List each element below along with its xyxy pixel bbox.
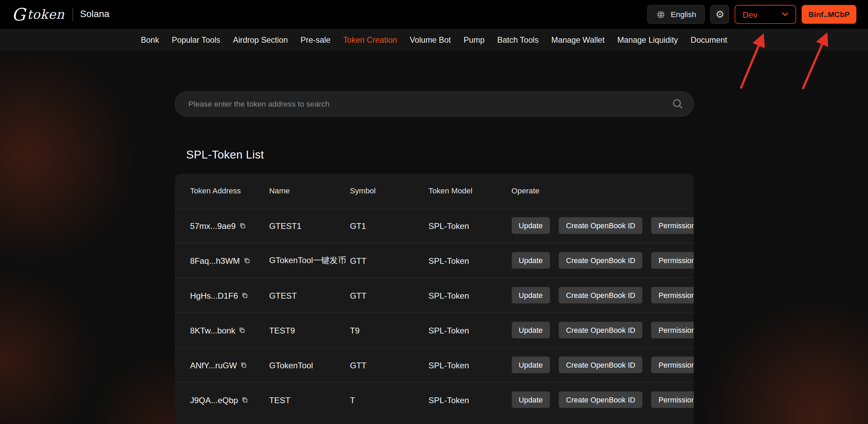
column-header-token-model: Token Model: [429, 186, 512, 195]
token-model: SPL-Token: [429, 221, 512, 230]
token-name: TEST9: [269, 325, 350, 335]
operate-cell: Update Create OpenBook ID Permission: [511, 287, 693, 304]
update-button[interactable]: Update: [511, 252, 550, 269]
brand: G token Solana: [12, 6, 109, 23]
operate-cell: Update Create OpenBook ID Permission: [511, 322, 693, 339]
topbar: G token Solana English ⚙ Dev: [0, 0, 868, 29]
permission-button[interactable]: Permission: [652, 252, 694, 269]
token-symbol: GTT: [350, 290, 429, 300]
permission-button[interactable]: Permission: [652, 357, 694, 373]
copy-icon[interactable]: [239, 326, 246, 333]
create-openbook-id-button[interactable]: Create OpenBook ID: [559, 322, 643, 339]
dev-label: Dev: [742, 10, 757, 19]
topbar-actions: English ⚙ Dev Binf..MCbP: [647, 5, 856, 24]
settings-button[interactable]: ⚙: [711, 5, 729, 24]
token-symbol: T: [350, 395, 429, 405]
nav-item-batch-tools[interactable]: Batch Tools: [497, 36, 539, 44]
token-name: GTokenTool一键发币: [269, 255, 350, 266]
search-icon[interactable]: [672, 98, 683, 109]
permission-button[interactable]: Permission: [652, 287, 694, 304]
operate-cell: Update Create OpenBook ID Permission: [511, 252, 693, 269]
token-address: 57mx...9ae9: [190, 221, 236, 230]
table-row: 8Faq...h3WM GTokenTool一键发币 GTT SPL-Token…: [174, 243, 693, 277]
table-row: HgHs...D1F6 GTEST GTT SPL-Token Update C…: [174, 277, 693, 312]
network-label: Solana: [80, 9, 109, 20]
operate-cell: Update Create OpenBook ID Permission: [511, 217, 693, 234]
token-address: 8Faq...h3WM: [190, 256, 240, 265]
create-openbook-id-button[interactable]: Create OpenBook ID: [559, 287, 643, 304]
token-name: TEST: [269, 395, 350, 405]
content: SPL-Token List Token Address Name Symbol…: [0, 51, 868, 424]
permission-button[interactable]: Permission: [652, 217, 694, 234]
nav-item-document[interactable]: Document: [691, 36, 727, 44]
token-address: ANfY...ruGW: [190, 360, 237, 370]
token-name: GTEST1: [269, 221, 350, 230]
nav-item-pre-sale[interactable]: Pre-sale: [301, 36, 330, 44]
copy-icon[interactable]: [239, 222, 246, 229]
token-name: GTEST: [269, 290, 350, 300]
dev-dropdown-button[interactable]: Dev: [735, 5, 797, 24]
token-model: SPL-Token: [429, 360, 512, 370]
token-symbol: GTT: [350, 256, 429, 265]
globe-icon: [656, 10, 666, 19]
copy-icon[interactable]: [240, 361, 247, 368]
token-symbol: GT1: [350, 221, 429, 230]
token-address: 8KTw...bonk: [190, 325, 235, 335]
brand-divider: [72, 8, 73, 21]
copy-icon[interactable]: [241, 396, 249, 403]
create-openbook-id-button[interactable]: Create OpenBook ID: [559, 217, 643, 234]
page-title: SPL-Token List: [186, 148, 693, 162]
nav-item-volume-bot[interactable]: Volume Bot: [410, 36, 451, 44]
nav-item-manage-liquidity[interactable]: Manage Liquidity: [617, 36, 678, 44]
column-header-name: Name: [269, 186, 350, 195]
permission-button[interactable]: Permission: [652, 322, 694, 339]
nav-item-popular-tools[interactable]: Popular Tools: [172, 36, 220, 44]
table-row: 8KTw...bonk TEST9 T9 SPL-Token Update Cr…: [174, 312, 693, 347]
permission-button[interactable]: Permission: [652, 392, 694, 408]
update-button[interactable]: Update: [511, 217, 550, 234]
table-header: Token Address Name Symbol Token Model Op…: [174, 174, 693, 208]
token-model: SPL-Token: [429, 395, 512, 405]
nav-item-bonk[interactable]: Bonk: [141, 36, 159, 44]
language-label: English: [671, 10, 696, 19]
page: G token Solana English ⚙ Dev: [0, 0, 868, 424]
token-address: J9QA...eQbp: [190, 395, 238, 405]
copy-icon[interactable]: [243, 257, 250, 264]
wallet-button[interactable]: Binf..MCbP: [802, 5, 856, 24]
token-address-cell: 8Faq...h3WM: [190, 256, 269, 265]
column-header-token-address: Token Address: [190, 186, 269, 195]
operate-cell: Update Create OpenBook ID Permission: [511, 392, 693, 408]
update-button[interactable]: Update: [511, 357, 550, 373]
copy-icon[interactable]: [241, 291, 249, 299]
logo-icon: G: [12, 6, 25, 23]
column-header-operate: Operate: [511, 186, 678, 195]
create-openbook-id-button[interactable]: Create OpenBook ID: [559, 357, 643, 373]
token-address-cell: 57mx...9ae9: [190, 221, 269, 230]
create-openbook-id-button[interactable]: Create OpenBook ID: [559, 252, 643, 269]
gear-icon: ⚙: [715, 10, 724, 19]
update-button[interactable]: Update: [511, 392, 550, 408]
operate-cell: Update Create OpenBook ID Permission: [511, 357, 693, 373]
token-address-cell: J9QA...eQbp: [190, 395, 269, 405]
token-address: HgHs...D1F6: [190, 290, 238, 300]
token-symbol: GTT: [350, 360, 429, 370]
logo-text: token: [27, 7, 65, 22]
nav-item-token-creation[interactable]: Token Creation: [343, 36, 397, 44]
token-table-card: Token Address Name Symbol Token Model Op…: [174, 174, 693, 424]
nav-item-pump[interactable]: Pump: [464, 36, 485, 44]
token-model: SPL-Token: [429, 256, 512, 265]
token-address-cell: HgHs...D1F6: [190, 290, 269, 300]
table-row: J9QA...eQbp TEST T SPL-Token Update Crea…: [174, 382, 693, 417]
search-input[interactable]: [174, 91, 693, 117]
nav-item-airdrop-section[interactable]: Airdrop Section: [233, 36, 288, 44]
table-row: ANfY...ruGW GTokenTool GTT SPL-Token Upd…: [174, 347, 693, 382]
update-button[interactable]: Update: [511, 322, 550, 339]
create-openbook-id-button[interactable]: Create OpenBook ID: [559, 392, 643, 408]
token-model: SPL-Token: [429, 290, 512, 300]
update-button[interactable]: Update: [511, 287, 550, 304]
token-address-cell: ANfY...ruGW: [190, 360, 269, 370]
token-symbol: T9: [350, 325, 429, 335]
language-button[interactable]: English: [647, 5, 705, 24]
table-row: 57mx...9ae9 GTEST1 GT1 SPL-Token Update …: [174, 208, 693, 243]
nav-item-manage-wallet[interactable]: Manage Wallet: [551, 36, 605, 44]
